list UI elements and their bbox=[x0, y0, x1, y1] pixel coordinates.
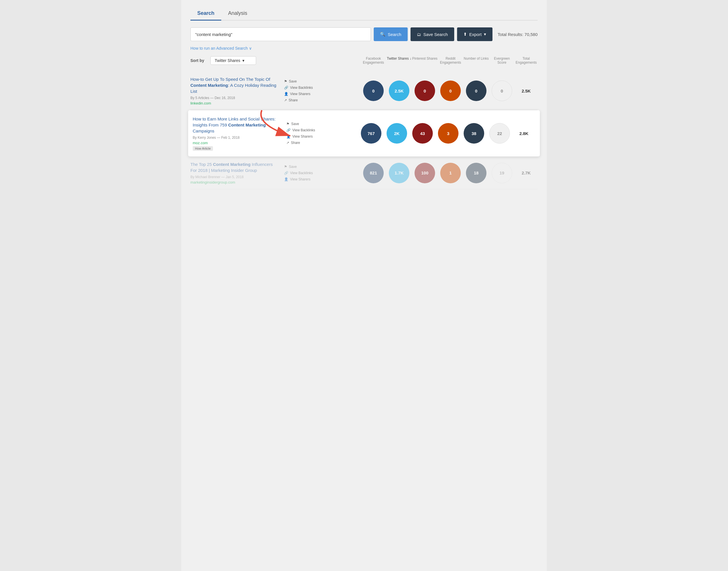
chevron-down-icon: ▾ bbox=[484, 32, 486, 37]
result-meta-2: By Kerry Jones — Feb 1, 2018 bbox=[193, 136, 279, 140]
metric-reddit-3: 1 bbox=[440, 163, 461, 183]
view-sharers-action-1[interactable]: 👤 View Sharers bbox=[284, 91, 316, 97]
person-icon: 👤 bbox=[286, 134, 290, 138]
share-icon: ↗ bbox=[286, 141, 289, 145]
result-source-1[interactable]: linkedin.com bbox=[191, 101, 277, 105]
result-content-1: How-to Get Up To Speed On The Topic Of C… bbox=[191, 76, 282, 105]
link-icon: 🔗 bbox=[286, 128, 290, 132]
metric-links-2: 38 bbox=[464, 123, 484, 144]
tab-analysis[interactable]: Analysis bbox=[221, 7, 254, 20]
sort-dropdown[interactable]: Twitter Shares ▾ bbox=[210, 56, 256, 65]
col-header-twitter[interactable]: Twitter Shares ↓ bbox=[386, 56, 412, 65]
result-actions-1: ⚑ Save 🔗 View Backlinks 👤 View Sharers ↗… bbox=[282, 79, 316, 103]
total-results: Total Results: 70,580 bbox=[498, 32, 537, 37]
col-header-evergreen[interactable]: Evergreen Score bbox=[489, 56, 515, 65]
chevron-down-icon: ∨ bbox=[249, 46, 252, 50]
search-bar-row: 🔍 Search 🗂 Save Search ⬆ Export ▾ Total … bbox=[191, 27, 537, 41]
table-row: How-to Get Up To Speed On The Topic Of C… bbox=[191, 72, 537, 110]
metric-twitter-3: 1.7K bbox=[389, 163, 409, 183]
metric-total-1: 2.5K bbox=[515, 89, 537, 93]
save-icon: 🗂 bbox=[417, 32, 421, 37]
result-source-3[interactable]: marketinginsidergroup.com bbox=[191, 180, 277, 185]
metric-total-3: 2.7K bbox=[515, 170, 537, 175]
save-action-2[interactable]: ⚑ Save bbox=[286, 121, 318, 126]
result-source-2[interactable]: moz.com bbox=[193, 141, 279, 145]
person-icon: 👤 bbox=[284, 92, 288, 96]
export-label: Export bbox=[469, 32, 482, 37]
result-metrics-2: 767 2K 43 3 38 22 2.8K bbox=[358, 123, 535, 144]
search-button[interactable]: 🔍 Search bbox=[374, 27, 408, 41]
bookmark-icon: ⚑ bbox=[284, 79, 287, 83]
result-actions-2: ⚑ Save 🔗 View Backlinks 👤 View Sharers ↗… bbox=[284, 121, 318, 145]
col-header-reddit[interactable]: Reddit Engagements bbox=[438, 56, 463, 65]
tab-bar: Search Analysis bbox=[191, 7, 537, 20]
table-row: How to Earn More Links and Social Shares… bbox=[188, 110, 540, 157]
sort-and-headers-row: Sort by Twitter Shares ▾ Facebook Engage… bbox=[191, 56, 537, 67]
metric-pinterest-3: 100 bbox=[414, 163, 435, 183]
share-action-1[interactable]: ↗ Share bbox=[284, 98, 316, 103]
col-header-links[interactable]: Number of Links bbox=[463, 56, 489, 65]
bookmark-icon: ⚑ bbox=[286, 122, 289, 126]
result-title-3[interactable]: The Top 25 Content Marketing Influencers… bbox=[191, 161, 277, 173]
metric-pinterest-1: 0 bbox=[414, 81, 435, 101]
metric-facebook-1: 0 bbox=[363, 81, 384, 101]
metric-facebook-2: 767 bbox=[361, 123, 381, 144]
metric-facebook-3: 821 bbox=[363, 163, 384, 183]
col-header-facebook[interactable]: Facebook Engagements bbox=[361, 56, 386, 65]
save-action-1[interactable]: ⚑ Save bbox=[284, 79, 316, 84]
link-icon: 🔗 bbox=[284, 171, 288, 175]
view-sharers-action-2[interactable]: 👤 View Sharers bbox=[286, 134, 318, 139]
result-content-3: The Top 25 Content Marketing Influencers… bbox=[191, 161, 282, 185]
advanced-search-link[interactable]: How to run an Advanced Search ∨ bbox=[191, 46, 252, 50]
metric-twitter-1: 2.5K bbox=[389, 81, 409, 101]
search-icon: 🔍 bbox=[380, 32, 385, 37]
app-container: Search Analysis 🔍 Search 🗂 Save Search ⬆… bbox=[181, 0, 547, 571]
result-meta-1: By 5 Articles — Dec 16, 2018 bbox=[191, 96, 277, 100]
result-metrics-3: 821 1.7K 100 1 18 19 2.7K bbox=[361, 163, 537, 183]
result-meta-3: By Michael Brenner — Jan 5, 2018 bbox=[191, 175, 277, 179]
result-title-2[interactable]: How to Earn More Links and Social Shares… bbox=[193, 116, 279, 134]
view-backlinks-action-3[interactable]: 🔗 View Backlinks bbox=[284, 170, 316, 176]
search-button-label: Search bbox=[388, 32, 401, 37]
bookmark-icon: ⚑ bbox=[284, 165, 287, 169]
metric-twitter-2: 2K bbox=[386, 123, 407, 144]
column-headers: Facebook Engagements Twitter Shares ↓ Pi… bbox=[361, 56, 537, 65]
result-title-1[interactable]: How-to Get Up To Speed On The Topic Of C… bbox=[191, 76, 277, 94]
results-list: How-to Get Up To Speed On The Topic Of C… bbox=[191, 72, 537, 189]
view-backlinks-action-1[interactable]: 🔗 View Backlinks bbox=[284, 85, 316, 90]
view-sharers-action-3[interactable]: 👤 View Sharers bbox=[284, 177, 316, 182]
sort-by-label: Sort by bbox=[191, 58, 208, 63]
metric-links-3: 18 bbox=[466, 163, 486, 183]
link-icon: 🔗 bbox=[284, 86, 288, 90]
result-tag-2: How Article bbox=[193, 146, 213, 151]
metric-total-2: 2.8K bbox=[512, 131, 535, 136]
metric-reddit-1: 0 bbox=[440, 81, 461, 101]
col-header-pinterest[interactable]: Pinterest Shares bbox=[412, 56, 438, 65]
share-action-2[interactable]: ↗ Share bbox=[286, 140, 318, 145]
metric-pinterest-2: 43 bbox=[412, 123, 433, 144]
metric-evergreen-1: 0 bbox=[492, 81, 512, 101]
result-content-2: How to Earn More Links and Social Shares… bbox=[193, 116, 284, 151]
result-metrics-1: 0 2.5K 0 0 0 0 2.5K bbox=[361, 81, 537, 101]
export-icon: ⬆ bbox=[463, 32, 467, 37]
sort-selected-option: Twitter Shares bbox=[215, 58, 240, 63]
export-button[interactable]: ⬆ Export ▾ bbox=[457, 27, 492, 41]
col-header-total[interactable]: Total Engagements bbox=[515, 56, 537, 65]
view-backlinks-action-2[interactable]: 🔗 View Backlinks bbox=[286, 128, 318, 133]
metric-evergreen-3: 19 bbox=[492, 163, 512, 183]
metric-reddit-2: 3 bbox=[438, 123, 459, 144]
tab-search[interactable]: Search bbox=[191, 7, 221, 20]
advanced-search-text: How to run an Advanced Search bbox=[191, 46, 248, 50]
save-search-button[interactable]: 🗂 Save Search bbox=[410, 27, 454, 41]
metric-evergreen-2: 22 bbox=[489, 123, 510, 144]
share-icon: ↗ bbox=[284, 98, 287, 102]
result-actions-3: ⚑ Save 🔗 View Backlinks 👤 View Sharers bbox=[282, 164, 316, 182]
table-row: The Top 25 Content Marketing Influencers… bbox=[191, 157, 537, 189]
search-input[interactable] bbox=[191, 27, 371, 41]
sort-chevron-icon: ▾ bbox=[242, 58, 244, 63]
save-action-3[interactable]: ⚑ Save bbox=[284, 164, 316, 169]
save-search-label: Save Search bbox=[423, 32, 448, 37]
person-icon: 👤 bbox=[284, 177, 288, 181]
metric-links-1: 0 bbox=[466, 81, 486, 101]
